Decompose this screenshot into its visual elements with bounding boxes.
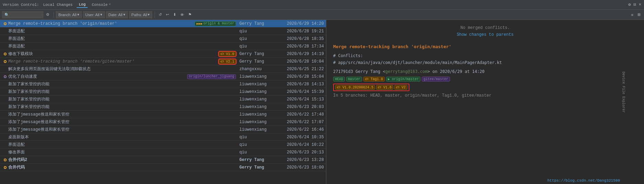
tag-v1: 🏷 V1.0 [219,52,236,56]
commit-message: 界面适配 [8,142,238,148]
commit-message: 新加了家长管控的功能 [8,81,238,87]
table-row[interactable]: 添加了jmessage推送和家长管控 liuwenxiang 2020/6/22… [0,118,326,126]
toolbar-separator [53,12,54,18]
console-close-icon[interactable]: × [109,3,111,7]
commit-author: Gerry Tang [238,21,279,26]
commit-date: 2020/6/28 19:21 [279,29,324,34]
table-row[interactable]: 解决更多应用页面按返回键无法取消卸载状态 zhangxxxu 2020/6/25… [0,65,326,73]
table-row[interactable]: 界面适配 qiu 2020/6/28 18:35 [0,35,326,43]
detail-conflicts-header: # Conflicts: [333,53,637,58]
commit-message: 新加了家长管控的功能 [8,96,238,102]
commit-author: Gerry Tang [238,165,279,170]
table-row[interactable]: 新加了家长管控的功能 liuwenxiang 2020/6/24 15:39 [0,88,326,96]
toolbar: ⚙ Branch: All ▾ User: All ▾ Date: All ▾ … [0,10,644,20]
version-control-label: Version Control: [3,3,39,7]
table-row[interactable]: 优化了自动速度 origin/luncher_jiguang liuwenxia… [0,73,326,80]
top-bar: Version Control: Local Changes Log Conso… [0,0,644,10]
commit-message: 添加了jmessage推送和家长管控 [8,111,238,117]
commit-author: qiu [238,150,279,155]
user-dropdown[interactable]: User: All ▾ [83,11,105,18]
commit-message: 解决更多应用页面按返回键无法取消卸载状态 [8,66,238,72]
table-row[interactable]: 界面适配 qiu 2020/6/28 19:21 [0,28,326,35]
commit-author: qiu [238,135,279,140]
top-right-icons: ⚙ ⊟ × [216,2,641,7]
settings-icon[interactable]: ⚙ [628,2,631,7]
commit-author: liuwenxiang [238,120,279,125]
commit-author: liuwenxiang [238,74,279,79]
commit-author: qiu [238,142,279,147]
branch-dropdown[interactable]: Branch: All ▾ [56,11,82,18]
tab-local-changes[interactable]: Local Changes [41,2,75,8]
commit-message: 合并代码2 [8,157,238,163]
commit-message: 修改下载模块 [8,51,219,57]
detail-panel: No merged conflicts. Show changes to par… [326,20,644,184]
show-changes-link[interactable]: Show changes to parents [333,32,637,37]
search-input[interactable] [2,11,43,18]
table-row[interactable]: 修改界面 qiu 2020/6/23 20:13 [0,149,326,156]
right-toolbar: ≡ ⊞ [630,12,642,18]
tab-log[interactable]: Log [77,2,88,8]
commit-message: 合并代码 [8,164,238,170]
commit-author: qiu [238,29,279,34]
detail-in-branches: In 5 branches: HEAD, master, origin/mast… [333,93,637,98]
table-row[interactable]: 界面适配 qiu 2020/6/28 17:34 [0,43,326,50]
table-row[interactable]: 桌面新版本 qiu 2020/6/24 10:35 [0,133,326,141]
detail-tag-v1020200624: 🏷 V1.0.20200624.5 [335,85,375,90]
graph-dot [2,60,8,63]
console-label: Console [92,3,108,7]
date-dropdown[interactable]: Date: All ▾ [106,11,128,18]
detail-commit-message: Merge remote-tracking branch 'origin/mas… [333,44,637,49]
commit-message: 界面适配 [8,36,238,42]
table-row[interactable]: 新加了家长管控的功能 liuwenxiang 2020/6/28 14:13 [0,80,326,88]
commit-author: Gerry Tang [238,158,279,162]
no-conflict-text: No merged conflicts. [333,25,637,30]
commit-message: 新加了家长管控的功能 [8,89,238,95]
tag-gitee-master: gitee/master [422,77,450,82]
detail-conflict-path: # app/src/main/java/com/djt/launcher/mod… [333,60,637,65]
flag-button[interactable]: ⚑ [187,12,193,18]
blog-link[interactable]: https://blog.csdn.net/Dang321580 [547,178,620,183]
commit-author: liuwenxiang [238,89,279,94]
commit-message: Merge remote-tracking branch 'origin/mas… [8,21,195,26]
eye-button[interactable]: 👁 [179,12,185,18]
table-row[interactable]: 合并代码 Gerry Tang 2020/6/23 18:00 [0,164,326,171]
branch-tags: origin/luncher_jiguang [187,74,236,79]
commit-message: 桌面新版本 [8,134,238,140]
refresh-button[interactable]: ↺ [157,12,163,18]
table-row[interactable]: 界面适配 qiu 2020/6/24 10:22 [0,141,326,149]
collapse-button[interactable]: ≡ [630,12,635,18]
tab-console[interactable]: Console × [90,2,113,8]
commit-list-panel: Merge remote-tracking branch 'origin/mas… [0,20,326,184]
graph-dot [2,22,8,25]
commit-message: 修改界面 [8,149,238,155]
table-row[interactable]: Merge remote-tracking branch 'origin/mas… [0,20,326,28]
table-row[interactable]: 新加了家长管控的功能 liuwenxiang 2020/6/23 20:03 [0,103,326,111]
table-row[interactable]: 修改下载模块 🏷 V1.0 Gerry Tang 2020/6/29 14:19 [0,50,326,58]
commit-author: liuwenxiang [238,82,279,87]
table-row[interactable]: 添加了jmessage推送和家长管控 liuwenxiang 2020/6/22… [0,126,326,133]
close-icon[interactable]: × [639,2,641,7]
paths-dropdown[interactable]: Paths: All ▾ [129,11,152,18]
settings-button[interactable]: ⚙ [45,12,51,18]
branch-tags: 🏷 V1.0 [219,52,236,56]
table-row[interactable]: 添加了jmessage推送和家长管控 liuwenxiang 2020/6/22… [0,111,326,118]
commit-date: 2020/6/24 15:13 [279,97,324,102]
branch-tags: ▶▶▶ origin & master [195,21,236,26]
graph-dot [2,166,8,169]
expand-icon[interactable]: ⊟ [634,2,636,7]
commit-date: 2020/6/28 17:34 [279,44,324,49]
graph-dot [2,75,8,78]
table-row[interactable]: Merge remote-tracking branch 'remotes/gi… [0,58,326,65]
undo-button[interactable]: ↩ [165,12,170,18]
table-row[interactable]: 合并代码2 Gerry Tang 2020/6/23 13:28 [0,156,326,164]
tag-origin-master: ▶▶▶ origin & master [195,21,236,26]
commit-date: 2020/6/24 15:39 [279,89,324,94]
expand-button[interactable]: ⊞ [636,12,642,18]
commit-date: 2020/6/22 17:48 [279,112,324,117]
commit-date: 2020/6/28 10:04 [279,59,324,64]
pull-button[interactable]: ⬇ [172,12,178,18]
commit-hash: 271791d3 Gerry Tang < [333,69,385,74]
commit-date: 2020/6/24 10:22 [279,142,324,147]
tag-master: master [346,77,362,82]
table-row[interactable]: 新加了家长管控的功能 liuwenxiang 2020/6/24 15:13 [0,96,326,103]
